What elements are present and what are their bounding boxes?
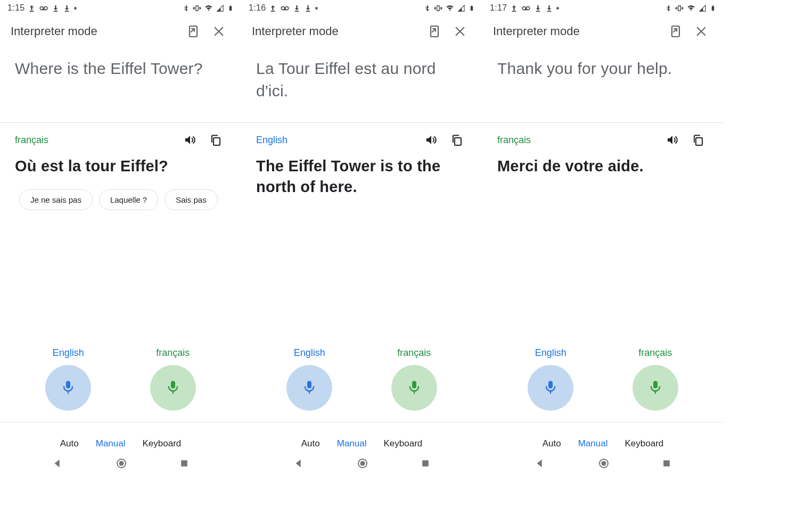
mic-english-button[interactable]	[528, 365, 573, 411]
mode-manual[interactable]: Manual	[578, 438, 608, 449]
battery-icon	[227, 4, 234, 12]
mode-manual[interactable]: Manual	[96, 438, 126, 449]
mic-icon	[302, 379, 317, 396]
nav-recent-button[interactable]	[420, 458, 431, 471]
translation-text: Où est la tour Eiffel?	[15, 156, 228, 177]
bluetooth-icon	[423, 4, 431, 12]
page-title: Interpreter mode	[11, 24, 180, 38]
phone-screen-1: 1:16 Interpreter mode La Tour Eiffel est…	[241, 0, 482, 479]
copy-button[interactable]	[203, 134, 228, 146]
bluetooth-icon	[182, 4, 190, 12]
vibrate-icon	[675, 4, 684, 12]
target-language-label: English	[256, 135, 418, 146]
vibrate-icon	[434, 4, 442, 12]
speak-aloud-button[interactable]	[177, 134, 203, 146]
mode-manual[interactable]: Manual	[337, 438, 367, 449]
translation-card: français Merci de votre aide.	[482, 123, 724, 181]
mode-auto[interactable]: Auto	[301, 438, 320, 449]
wifi-icon	[687, 4, 695, 12]
nav-back-button[interactable]	[534, 458, 546, 471]
nav-recent-button[interactable]	[661, 458, 672, 471]
close-button[interactable]	[447, 26, 473, 37]
target-language-label: français	[15, 135, 177, 146]
voicemail-icon	[280, 4, 290, 12]
upload-icon	[269, 4, 277, 12]
divider	[0, 422, 241, 422]
phone-screen-2: 1:17 Interpreter mode Thank you for your…	[482, 0, 724, 479]
mode-tabs: Auto Manual Keyboard	[241, 438, 482, 449]
translation-card: English The Eiffel Tower is to the north…	[241, 123, 482, 202]
mic-francais-button[interactable]	[632, 365, 678, 411]
download-icon	[52, 4, 60, 12]
status-bar: 1:15	[0, 0, 241, 15]
suggestion-chip[interactable]: Je ne sais pas	[19, 189, 93, 210]
nav-recent-button[interactable]	[179, 458, 190, 471]
source-text: La Tour Eiffel est au nord d'ici.	[241, 48, 482, 122]
status-time: 1:15	[7, 3, 24, 13]
app-bar: Interpreter mode	[0, 15, 241, 48]
mode-tabs: Auto Manual Keyboard	[0, 438, 241, 449]
mic-francais-button[interactable]	[391, 365, 437, 411]
nav-home-button[interactable]	[115, 457, 128, 472]
source-text: Thank you for your help.	[482, 48, 724, 122]
phone-screen-0: 1:15 Interpreter mode Where is the Eiffe…	[0, 0, 241, 479]
more-notifications-icon	[74, 7, 77, 10]
cell-signal-icon	[699, 4, 707, 12]
wifi-icon	[446, 4, 454, 12]
mic-english-label: English	[294, 347, 325, 359]
mic-icon	[648, 379, 663, 396]
mode-keyboard[interactable]: Keyboard	[625, 438, 663, 449]
upload-icon	[28, 4, 36, 12]
app-bar: Interpreter mode	[241, 15, 482, 48]
copy-button[interactable]	[685, 134, 711, 146]
battery-icon	[469, 4, 475, 12]
upload-icon	[510, 4, 518, 12]
mode-auto[interactable]: Auto	[543, 438, 561, 449]
close-button[interactable]	[206, 26, 232, 37]
nav-back-button[interactable]	[52, 458, 63, 471]
cell-signal-icon	[216, 4, 224, 12]
mic-row: English français	[241, 347, 482, 411]
download-icon	[304, 4, 312, 12]
nav-home-button[interactable]	[597, 457, 610, 472]
suggestion-chip[interactable]: Laquelle ?	[99, 189, 158, 210]
page-title: Interpreter mode	[493, 24, 663, 38]
present-to-device-button[interactable]	[422, 24, 447, 38]
source-text: Where is the Eiffel Tower?	[0, 48, 241, 122]
android-nav-bar	[0, 452, 241, 477]
battery-icon	[710, 4, 716, 12]
mic-english-button[interactable]	[45, 365, 91, 411]
more-notifications-icon	[315, 7, 318, 10]
mic-icon	[166, 379, 180, 396]
voicemail-icon	[39, 4, 48, 12]
present-to-device-button[interactable]	[663, 24, 688, 38]
android-nav-bar	[241, 452, 482, 477]
status-bar: 1:16	[241, 0, 482, 15]
mic-english-label: English	[535, 347, 566, 359]
download-icon	[293, 4, 301, 12]
suggestion-chip[interactable]: Sais pas	[165, 189, 218, 210]
mode-auto[interactable]: Auto	[60, 438, 79, 449]
nav-back-button[interactable]	[293, 458, 305, 471]
close-button[interactable]	[688, 26, 714, 37]
speak-aloud-button[interactable]	[418, 134, 444, 146]
speak-aloud-button[interactable]	[660, 134, 685, 146]
divider	[241, 422, 482, 422]
mic-icon	[407, 379, 422, 396]
mode-keyboard[interactable]: Keyboard	[383, 438, 422, 449]
status-time: 1:17	[490, 3, 507, 13]
copy-button[interactable]	[444, 134, 470, 146]
mode-keyboard[interactable]: Keyboard	[142, 438, 181, 449]
mic-english-button[interactable]	[286, 365, 332, 411]
mic-icon	[543, 379, 558, 396]
cell-signal-icon	[457, 4, 465, 12]
page-title: Interpreter mode	[252, 24, 422, 38]
bluetooth-icon	[664, 4, 672, 12]
mic-francais-button[interactable]	[150, 365, 196, 411]
present-to-device-button[interactable]	[180, 24, 206, 38]
nav-home-button[interactable]	[356, 457, 369, 472]
mic-icon	[61, 379, 76, 396]
voicemail-icon	[521, 4, 531, 12]
mic-francais-label: français	[638, 347, 672, 359]
divider	[482, 422, 724, 422]
